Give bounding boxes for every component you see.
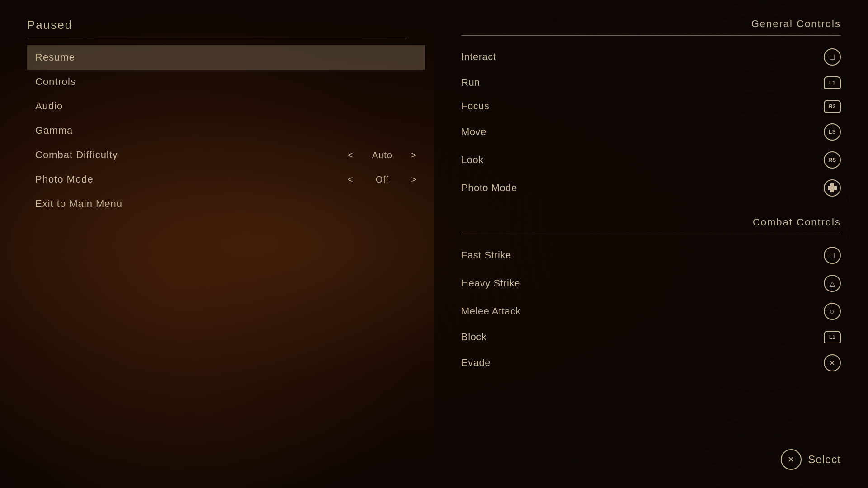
photo-mode-left-arrow[interactable]: <	[348, 174, 354, 185]
menu-label-combat-difficulty: Combat Difficulty	[35, 149, 118, 161]
control-block: Block	[461, 325, 841, 349]
control-look: Look	[461, 146, 841, 174]
combat-difficulty-left-arrow[interactable]: <	[348, 150, 354, 160]
look-button-icon	[824, 151, 841, 169]
menu-label-exit: Exit to Main Menu	[35, 198, 123, 210]
melee-attack-button-icon	[824, 303, 841, 320]
heavy-strike-button-icon	[824, 275, 841, 292]
control-fast-strike: Fast Strike	[461, 241, 841, 269]
menu-item-exit[interactable]: Exit to Main Menu	[27, 192, 425, 216]
focus-button-icon	[824, 100, 841, 113]
control-label-heavy-strike: Heavy Strike	[461, 277, 824, 289]
photo-mode-control: < Off >	[348, 174, 417, 185]
combat-controls-list: Fast Strike Heavy Strike Melee Attack Bl…	[461, 241, 841, 377]
select-cross-icon: ✕	[781, 449, 802, 470]
control-interact: Interact	[461, 43, 841, 71]
select-button-area[interactable]: ✕ Select	[781, 449, 841, 470]
control-label-focus: Focus	[461, 100, 824, 112]
menu-item-photo-mode[interactable]: Photo Mode < Off >	[27, 167, 425, 192]
menu-label-audio: Audio	[35, 100, 63, 112]
control-label-interact: Interact	[461, 51, 824, 63]
evade-button-icon	[824, 354, 841, 371]
control-focus: Focus	[461, 94, 841, 118]
control-run: Run	[461, 71, 841, 94]
control-label-fast-strike: Fast Strike	[461, 249, 824, 261]
combat-difficulty-right-arrow[interactable]: >	[411, 150, 417, 160]
control-label-evade: Evade	[461, 357, 824, 369]
menu-item-resume[interactable]: Resume	[27, 45, 425, 70]
menu-item-combat-difficulty[interactable]: Combat Difficulty < Auto >	[27, 143, 425, 167]
run-button-icon	[824, 76, 841, 89]
fast-strike-button-icon	[824, 247, 841, 264]
main-menu: Resume Controls Audio Gamma Combat Diffi…	[27, 45, 425, 216]
control-evade: Evade	[461, 349, 841, 377]
paused-title: Paused	[27, 18, 407, 32]
move-button-icon	[824, 123, 841, 141]
menu-label-controls: Controls	[35, 76, 76, 88]
block-button-icon	[824, 331, 841, 343]
control-move: Move	[461, 118, 841, 146]
control-photo-mode: Photo Mode	[461, 174, 841, 202]
combat-difficulty-control: < Auto >	[348, 150, 417, 160]
control-melee-attack: Melee Attack	[461, 297, 841, 325]
control-label-melee-attack: Melee Attack	[461, 305, 824, 317]
general-controls-list: Interact Run Focus Move Look Photo Mode	[461, 43, 841, 202]
control-label-block: Block	[461, 331, 824, 343]
menu-label-photo-mode: Photo Mode	[35, 174, 94, 185]
photo-mode-value: Off	[364, 174, 400, 185]
photo-mode-button-icon	[824, 179, 841, 197]
combat-difficulty-value: Auto	[364, 150, 400, 160]
control-label-look: Look	[461, 154, 824, 166]
interact-button-icon	[824, 48, 841, 66]
combat-controls-title: Combat Controls	[461, 216, 841, 228]
control-label-photo-mode: Photo Mode	[461, 182, 824, 194]
control-label-move: Move	[461, 126, 824, 138]
control-label-run: Run	[461, 77, 824, 89]
general-controls-title: General Controls	[461, 18, 841, 30]
menu-item-gamma[interactable]: Gamma	[27, 118, 425, 143]
photo-mode-right-arrow[interactable]: >	[411, 174, 417, 185]
combat-controls-divider	[461, 234, 841, 234]
right-panel: General Controls Interact Run Focus Move…	[434, 0, 868, 488]
general-controls-divider	[461, 35, 841, 36]
menu-label-resume: Resume	[35, 52, 75, 63]
menu-item-controls[interactable]: Controls	[27, 70, 425, 94]
left-divider	[27, 38, 407, 38]
menu-label-gamma: Gamma	[35, 125, 73, 136]
select-label: Select	[808, 453, 841, 466]
menu-item-audio[interactable]: Audio	[27, 94, 425, 118]
control-heavy-strike: Heavy Strike	[461, 269, 841, 297]
left-panel: Paused Resume Controls Audio Gamma Comba…	[0, 0, 434, 488]
